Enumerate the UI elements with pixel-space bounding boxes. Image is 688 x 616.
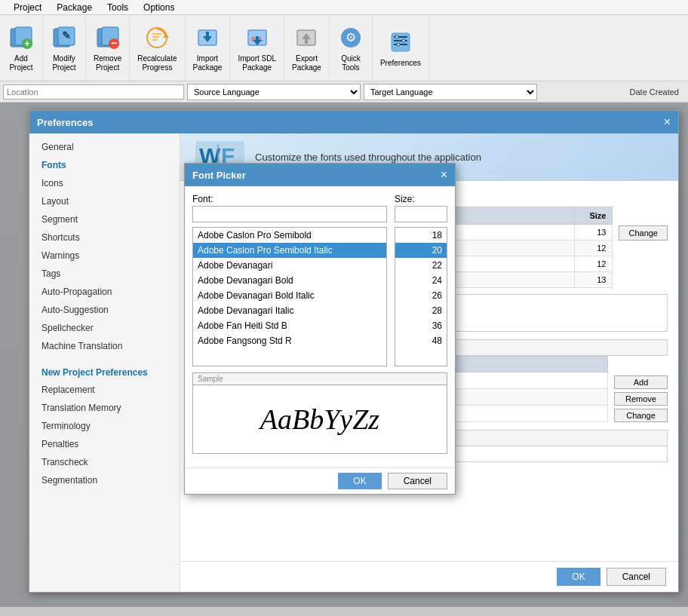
sidebar-item-icons[interactable]: Icons <box>29 174 180 192</box>
font-picker-header: Font Picker × <box>185 164 455 186</box>
preferences-close-button[interactable]: × <box>664 115 671 129</box>
recalculate-progress-button[interactable]: RecalculateProgress <box>130 15 185 81</box>
import-package-button[interactable]: ImportPackage <box>186 15 231 81</box>
font-list-item[interactable]: Adobe Devanagari Bold Italic <box>193 288 386 303</box>
content-header-text: Customize the fonts used throughout the … <box>255 152 481 163</box>
sample-display: AaBbYyZz <box>193 385 447 453</box>
modify-project-button[interactable]: ✎ ModifyProject <box>43 15 86 81</box>
font-search-input[interactable] <box>192 206 387 222</box>
sidebar-item-translation-memory[interactable]: Translation Memory <box>29 399 180 417</box>
date-created-label: Date Created <box>630 87 685 97</box>
lang-add-button[interactable]: Add <box>614 375 668 389</box>
menu-options[interactable]: Options <box>136 1 182 14</box>
add-project-button[interactable]: + AddProject <box>0 15 43 81</box>
import-sdl-icon: SDL <box>244 24 271 51</box>
add-project-icon: + <box>8 24 35 51</box>
preferences-dialog-title: Preferences <box>37 117 93 128</box>
remove-project-button[interactable]: − RemoveProject <box>86 15 130 81</box>
quick-tools-label: QuickTools <box>341 54 361 72</box>
font-picker-ok-button[interactable]: OK <box>338 473 381 489</box>
export-package-icon <box>293 24 320 51</box>
font-picker-close-button[interactable]: × <box>441 168 447 182</box>
sidebar-item-transcheck[interactable]: Transcheck <box>29 453 180 471</box>
export-package-button[interactable]: ExportPackage <box>284 15 330 81</box>
size-cell: 13 <box>575 225 613 241</box>
sidebar-item-shortcuts[interactable]: Shortcuts <box>29 228 180 247</box>
sidebar-item-replacement[interactable]: Replacement <box>29 381 180 399</box>
font-list-item[interactable]: Adobe Caslon Pro Semibold <box>193 228 386 243</box>
size-list-item[interactable]: 24 <box>395 273 447 288</box>
menu-tools[interactable]: Tools <box>100 1 136 14</box>
svg-point-31 <box>397 43 400 46</box>
size-list-item[interactable]: 48 <box>395 333 447 348</box>
export-package-label: ExportPackage <box>292 54 321 72</box>
preferences-ok-button[interactable]: OK <box>557 568 600 586</box>
preferences-dialog-header: Preferences × <box>29 111 678 133</box>
preferences-icon <box>387 29 414 56</box>
menu-project[interactable]: Project <box>6 1 49 14</box>
sidebar-item-terminology[interactable]: Terminology <box>29 417 180 435</box>
sidebar-item-warnings[interactable]: Warnings <box>29 247 180 265</box>
preferences-button[interactable]: Preferences <box>373 15 429 81</box>
modify-project-label: ModifyProject <box>52 54 75 72</box>
svg-rect-28 <box>394 44 407 45</box>
add-project-label: AddProject <box>9 54 32 72</box>
svg-point-30 <box>402 39 405 42</box>
svg-text:✎: ✎ <box>62 29 71 41</box>
font-list-item[interactable]: Adobe Fangsong Std R <box>193 333 386 348</box>
sidebar-item-spellchecker[interactable]: Spellchecker <box>29 319 180 337</box>
sidebar-item-auto-suggestion[interactable]: Auto-Suggestion <box>29 301 180 319</box>
lang-remove-button[interactable]: Remove <box>614 392 668 406</box>
sidebar-item-auto-propagation[interactable]: Auto-Propagation <box>29 283 180 301</box>
font-list-item[interactable]: Adobe Devanagari Bold <box>193 273 386 288</box>
recalculate-label: RecalculateProgress <box>137 54 177 72</box>
sidebar-item-penalties[interactable]: Penalties <box>29 435 180 453</box>
preferences-cancel-button[interactable]: Cancel <box>607 568 666 586</box>
preferences-sidebar: General Fonts Icons Layout Segment Short… <box>29 133 180 592</box>
source-language-select[interactable]: Source Language <box>187 84 361 100</box>
svg-rect-15 <box>152 39 157 41</box>
size-input[interactable]: 20 <box>395 206 447 222</box>
font-picker-title: Font Picker <box>192 170 246 181</box>
svg-point-29 <box>395 35 398 38</box>
sidebar-item-machine-translation[interactable]: Machine Translation <box>29 337 180 355</box>
font-list-item[interactable]: Adobe Fan Heiti Std B <box>193 318 386 333</box>
size-list-item[interactable]: 28 <box>395 303 447 318</box>
font-list: Adobe Caslon Pro Semibold Adobe Caslon P… <box>192 227 387 366</box>
location-input[interactable] <box>3 84 184 100</box>
change-font-button[interactable]: Change <box>619 225 668 241</box>
size-list-item[interactable]: 18 <box>395 228 447 243</box>
sidebar-item-tags[interactable]: Tags <box>29 265 180 283</box>
size-label: Size: <box>395 194 447 204</box>
size-list-item[interactable]: 22 <box>395 258 447 273</box>
svg-text:−: − <box>111 37 117 49</box>
quick-tools-button[interactable]: ⚙ QuickTools <box>330 15 373 81</box>
svg-rect-25 <box>392 33 410 51</box>
recalculate-icon <box>143 24 170 51</box>
font-picker-cancel-button[interactable]: Cancel <box>388 473 447 489</box>
import-package-label: ImportPackage <box>193 54 223 72</box>
preferences-label: Preferences <box>380 59 421 68</box>
import-sdl-label: Import SDLPackage <box>238 54 276 72</box>
remove-project-label: RemoveProject <box>94 54 121 72</box>
font-list-item[interactable]: Adobe Caslon Pro Semibold Italic <box>193 243 386 258</box>
sidebar-item-segment[interactable]: Segment <box>29 210 180 228</box>
menu-package[interactable]: Package <box>49 1 100 14</box>
size-cell: 12 <box>575 241 613 256</box>
sample-label: Sample <box>193 373 447 385</box>
import-sdl-button[interactable]: SDL Import SDLPackage <box>230 15 284 81</box>
size-list-item[interactable]: 20 <box>395 243 447 258</box>
size-cell: 12 <box>575 256 613 272</box>
sidebar-item-layout[interactable]: Layout <box>29 192 180 210</box>
size-list-item[interactable]: 26 <box>395 288 447 303</box>
target-language-select[interactable]: Target Language <box>364 84 537 100</box>
col-size: Size <box>575 207 613 225</box>
sample-text: AaBbYyZz <box>260 403 379 436</box>
font-list-item[interactable]: Adobe Devanagari Italic <box>193 303 386 318</box>
sidebar-item-fonts[interactable]: Fonts <box>29 156 180 174</box>
sidebar-item-segmentation[interactable]: Segmentation <box>29 471 180 489</box>
size-list-item[interactable]: 36 <box>395 318 447 333</box>
sidebar-item-general[interactable]: General <box>29 138 180 156</box>
font-list-item[interactable]: Adobe Devanagari <box>193 258 386 273</box>
lang-change-button[interactable]: Change <box>614 409 668 422</box>
